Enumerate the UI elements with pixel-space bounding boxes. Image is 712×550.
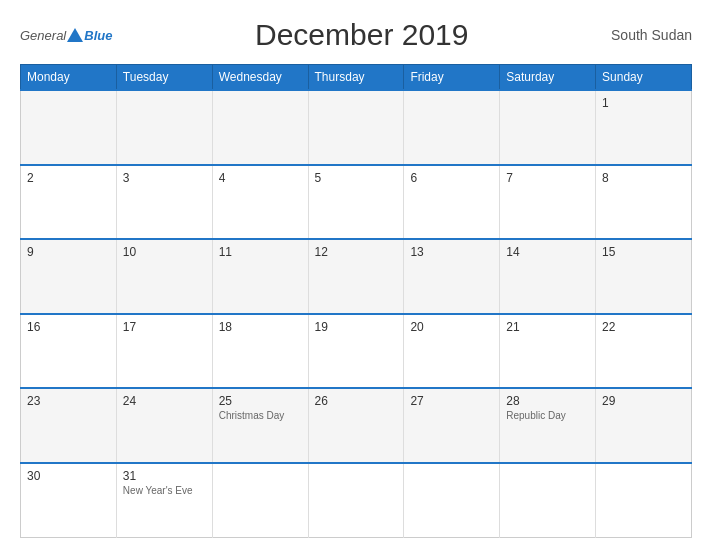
day-number: 29 <box>602 394 685 408</box>
calendar-day-cell: 10 <box>116 239 212 314</box>
day-number: 13 <box>410 245 493 259</box>
calendar-day-cell: 18 <box>212 314 308 389</box>
day-number: 5 <box>315 171 398 185</box>
day-number: 26 <box>315 394 398 408</box>
day-number: 20 <box>410 320 493 334</box>
day-number: 14 <box>506 245 589 259</box>
calendar-day-cell: 5 <box>308 165 404 240</box>
calendar-day-cell <box>404 90 500 165</box>
calendar-day-cell: 23 <box>21 388 117 463</box>
calendar-day-cell: 9 <box>21 239 117 314</box>
calendar-day-cell: 26 <box>308 388 404 463</box>
calendar-day-cell: 28Republic Day <box>500 388 596 463</box>
calendar-day-cell: 19 <box>308 314 404 389</box>
calendar-day-cell: 4 <box>212 165 308 240</box>
header-saturday: Saturday <box>500 65 596 91</box>
calendar-day-cell: 25Christmas Day <box>212 388 308 463</box>
calendar-day-cell: 3 <box>116 165 212 240</box>
calendar-header: Monday Tuesday Wednesday Thursday Friday… <box>21 65 692 91</box>
calendar-week-row: 9101112131415 <box>21 239 692 314</box>
day-number: 3 <box>123 171 206 185</box>
calendar-day-cell <box>116 90 212 165</box>
calendar-day-cell: 17 <box>116 314 212 389</box>
calendar-day-cell <box>500 90 596 165</box>
holiday-label: Christmas Day <box>219 410 302 421</box>
calendar-week-row: 2345678 <box>21 165 692 240</box>
day-number: 22 <box>602 320 685 334</box>
day-number: 31 <box>123 469 206 483</box>
calendar-day-cell: 2 <box>21 165 117 240</box>
day-number: 12 <box>315 245 398 259</box>
day-number: 6 <box>410 171 493 185</box>
day-number: 19 <box>315 320 398 334</box>
calendar-day-cell <box>596 463 692 538</box>
header-thursday: Thursday <box>308 65 404 91</box>
logo-blue-text: Blue <box>84 28 112 43</box>
logo: General Blue <box>20 28 112 43</box>
header-friday: Friday <box>404 65 500 91</box>
day-number: 1 <box>602 96 685 110</box>
calendar-body: 1234567891011121314151617181920212223242… <box>21 90 692 538</box>
header-monday: Monday <box>21 65 117 91</box>
calendar-day-cell: 15 <box>596 239 692 314</box>
day-number: 10 <box>123 245 206 259</box>
calendar-day-cell: 6 <box>404 165 500 240</box>
country-label: South Sudan <box>611 27 692 43</box>
day-number: 30 <box>27 469 110 483</box>
calendar-day-cell <box>500 463 596 538</box>
day-number: 21 <box>506 320 589 334</box>
day-number: 7 <box>506 171 589 185</box>
calendar-day-cell: 16 <box>21 314 117 389</box>
calendar-day-cell: 1 <box>596 90 692 165</box>
calendar-week-row: 3031New Year's Eve <box>21 463 692 538</box>
calendar-day-cell: 20 <box>404 314 500 389</box>
page: General Blue December 2019 South Sudan M… <box>0 0 712 550</box>
holiday-label: New Year's Eve <box>123 485 206 496</box>
day-number: 2 <box>27 171 110 185</box>
calendar-day-cell: 7 <box>500 165 596 240</box>
logo-general-text: General <box>20 28 66 43</box>
calendar-week-row: 16171819202122 <box>21 314 692 389</box>
day-number: 24 <box>123 394 206 408</box>
calendar-day-cell: 8 <box>596 165 692 240</box>
header-tuesday: Tuesday <box>116 65 212 91</box>
calendar-day-cell <box>21 90 117 165</box>
day-number: 28 <box>506 394 589 408</box>
calendar-day-cell: 29 <box>596 388 692 463</box>
day-number: 16 <box>27 320 110 334</box>
calendar-day-cell: 22 <box>596 314 692 389</box>
day-number: 15 <box>602 245 685 259</box>
logo-triangle-icon <box>67 28 83 42</box>
calendar-week-row: 1 <box>21 90 692 165</box>
header-sunday: Sunday <box>596 65 692 91</box>
header-wednesday: Wednesday <box>212 65 308 91</box>
day-number: 9 <box>27 245 110 259</box>
calendar-table: Monday Tuesday Wednesday Thursday Friday… <box>20 64 692 538</box>
calendar-day-cell: 13 <box>404 239 500 314</box>
weekday-header-row: Monday Tuesday Wednesday Thursday Friday… <box>21 65 692 91</box>
day-number: 23 <box>27 394 110 408</box>
day-number: 17 <box>123 320 206 334</box>
calendar-day-cell <box>308 463 404 538</box>
day-number: 8 <box>602 171 685 185</box>
calendar-day-cell: 11 <box>212 239 308 314</box>
calendar-day-cell: 27 <box>404 388 500 463</box>
day-number: 11 <box>219 245 302 259</box>
calendar-day-cell: 31New Year's Eve <box>116 463 212 538</box>
day-number: 25 <box>219 394 302 408</box>
calendar-day-cell <box>308 90 404 165</box>
holiday-label: Republic Day <box>506 410 589 421</box>
header: General Blue December 2019 South Sudan <box>20 18 692 52</box>
calendar-day-cell <box>212 90 308 165</box>
calendar-day-cell: 14 <box>500 239 596 314</box>
day-number: 4 <box>219 171 302 185</box>
day-number: 27 <box>410 394 493 408</box>
day-number: 18 <box>219 320 302 334</box>
calendar-week-row: 232425Christmas Day262728Republic Day29 <box>21 388 692 463</box>
calendar-day-cell: 24 <box>116 388 212 463</box>
calendar-day-cell: 12 <box>308 239 404 314</box>
calendar-day-cell: 21 <box>500 314 596 389</box>
calendar-day-cell <box>212 463 308 538</box>
calendar-day-cell <box>404 463 500 538</box>
calendar-day-cell: 30 <box>21 463 117 538</box>
